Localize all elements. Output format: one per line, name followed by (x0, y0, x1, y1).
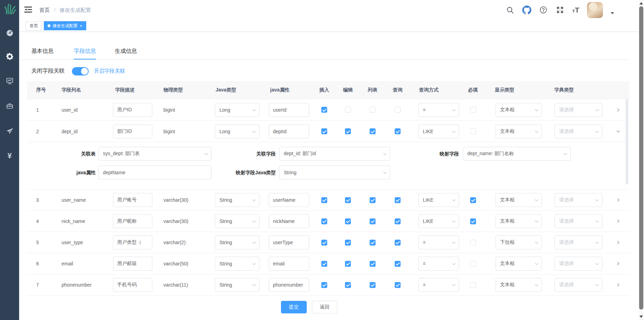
required-checkbox[interactable] (470, 107, 476, 113)
java-type-select[interactable]: Long (215, 125, 259, 138)
list-checkbox[interactable] (370, 197, 376, 203)
java-property-input[interactable] (269, 193, 309, 207)
expand-row-icon[interactable] (607, 190, 629, 210)
scrollbar-down-arrow[interactable] (639, 315, 643, 318)
insert-checkbox[interactable] (321, 261, 327, 267)
display-type-select[interactable]: 文本框 (496, 214, 542, 228)
tab-basic-info[interactable]: 基本信息 (31, 45, 54, 59)
display-type-select[interactable]: 下拉框 (496, 235, 542, 249)
tab-field-info[interactable]: 字段信息 (74, 45, 96, 59)
query-method-select[interactable]: = (418, 235, 459, 249)
insert-checkbox[interactable] (321, 128, 327, 134)
java-type-select[interactable]: String (215, 193, 259, 207)
display-type-select[interactable]: 文本框 (496, 103, 542, 117)
required-checkbox[interactable] (470, 218, 476, 224)
description-input[interactable] (113, 257, 152, 271)
description-input[interactable] (113, 103, 152, 117)
page-scrollbar-thumb[interactable] (639, 6, 643, 310)
dict-type-select[interactable]: 请选择 (555, 103, 602, 117)
required-checkbox[interactable] (470, 282, 476, 288)
java-property-input[interactable] (269, 214, 309, 228)
search-icon[interactable] (506, 6, 515, 15)
java-type-select[interactable]: String (215, 257, 259, 271)
collapse-sidebar-icon[interactable] (24, 6, 32, 13)
query-checkbox[interactable] (395, 240, 401, 246)
sidebar-item-task[interactable] (0, 123, 19, 139)
fullscreen-icon[interactable] (556, 6, 565, 15)
display-type-select[interactable]: 文本框 (496, 278, 542, 292)
java-type-select[interactable]: String (215, 278, 259, 292)
java-type-select[interactable]: String (215, 214, 259, 228)
mapping-java-type-select[interactable]: String (279, 166, 390, 179)
relation-toggle-switch[interactable] (72, 67, 89, 75)
query-checkbox[interactable] (395, 261, 401, 267)
table-scrollbar-thumb[interactable] (626, 99, 628, 184)
query-checkbox[interactable] (395, 197, 401, 203)
display-type-select[interactable]: 文本框 (496, 125, 542, 138)
list-checkbox[interactable] (370, 218, 376, 224)
insert-checkbox[interactable] (321, 218, 327, 224)
description-input[interactable] (113, 214, 152, 228)
tab-tag-home[interactable]: 首页 (26, 22, 42, 31)
description-input[interactable] (113, 278, 152, 292)
sidebar-item-system[interactable] (0, 49, 19, 64)
java-property-input[interactable] (269, 257, 309, 271)
back-button[interactable]: 返回 (312, 301, 337, 313)
edit-checkbox[interactable] (345, 261, 351, 267)
insert-checkbox[interactable] (321, 107, 327, 113)
expand-row-icon[interactable] (607, 211, 629, 232)
dict-type-select[interactable]: 请选择 (555, 257, 602, 271)
panel-java-property-input[interactable] (98, 166, 211, 179)
query-method-select[interactable]: LIKE (418, 125, 459, 138)
sidebar-item-tool[interactable] (0, 98, 19, 114)
edit-checkbox[interactable] (345, 282, 351, 288)
sidebar-item-dashboard[interactable] (0, 25, 19, 41)
expand-row-icon[interactable] (607, 274, 629, 295)
insert-checkbox[interactable] (321, 282, 327, 288)
expand-row-icon[interactable] (607, 253, 629, 274)
list-checkbox[interactable] (370, 240, 376, 246)
java-type-select[interactable]: Long (215, 103, 259, 117)
dict-type-select[interactable]: 请选择 (555, 235, 602, 249)
relation-field-select[interactable]: dept_id: 部门id (279, 147, 390, 161)
dict-type-select[interactable]: 请选择 (555, 125, 602, 138)
query-method-select[interactable]: LIKE (418, 214, 459, 228)
mapping-field-select[interactable]: dept_name: 部门名称 (463, 147, 571, 161)
description-input[interactable] (113, 235, 152, 249)
edit-checkbox[interactable] (345, 197, 351, 203)
tab-gen-info[interactable]: 生成信息 (115, 45, 137, 59)
relation-table-select[interactable]: sys_dept: 部门表 (98, 147, 211, 161)
query-method-select[interactable]: = (418, 257, 459, 271)
insert-checkbox[interactable] (321, 197, 327, 203)
sidebar-item-monitor[interactable] (0, 73, 19, 89)
query-method-select[interactable]: LIKE (418, 193, 459, 207)
close-tab-icon[interactable]: × (80, 24, 82, 28)
tab-tag-current[interactable]: 修改生成配置× (44, 21, 86, 30)
query-checkbox[interactable] (395, 218, 401, 224)
required-checkbox[interactable] (470, 261, 476, 267)
query-checkbox[interactable] (395, 128, 401, 134)
query-method-select[interactable]: = (418, 103, 459, 117)
expand-row-icon[interactable] (607, 232, 629, 253)
edit-checkbox[interactable] (345, 107, 351, 113)
edit-checkbox[interactable] (345, 240, 351, 246)
insert-checkbox[interactable] (321, 240, 327, 246)
github-icon[interactable] (522, 6, 531, 15)
java-property-input[interactable] (269, 125, 309, 138)
java-property-input[interactable] (269, 235, 309, 249)
edit-checkbox[interactable] (345, 218, 351, 224)
font-size-icon[interactable]: тT (572, 6, 579, 14)
query-checkbox[interactable] (395, 282, 401, 288)
dict-type-select[interactable]: 请选择 (555, 193, 602, 207)
dict-type-select[interactable]: 请选择 (555, 278, 602, 292)
breadcrumb-home[interactable]: 首页 (39, 7, 50, 13)
java-property-input[interactable] (269, 103, 309, 117)
required-checkbox[interactable] (470, 197, 476, 203)
sidebar-item-finance[interactable]: ¥ (0, 148, 19, 163)
submit-button[interactable]: 提交 (281, 301, 307, 313)
scrollbar-up-arrow[interactable] (639, 2, 643, 5)
question-icon[interactable] (539, 6, 548, 15)
display-type-select[interactable]: 文本框 (496, 257, 542, 271)
list-checkbox[interactable] (370, 261, 376, 267)
required-checkbox[interactable] (470, 240, 476, 246)
